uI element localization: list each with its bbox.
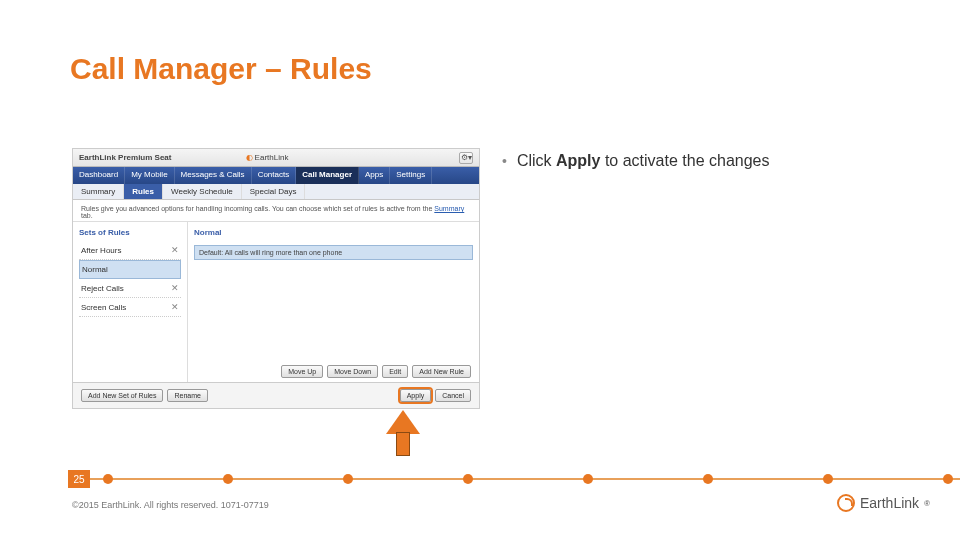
brand-small-text: EarthLink	[255, 153, 289, 162]
desc-post: tab.	[81, 212, 93, 219]
timeline-dot	[823, 474, 833, 484]
rule-set-label: Screen Calls	[81, 303, 126, 312]
default-rule[interactable]: Default: All calls will ring more than o…	[194, 245, 473, 260]
bottom-bar: Add New Set of RulesRename ApplyCancel	[73, 382, 479, 408]
nav-item[interactable]: Dashboard	[73, 167, 125, 184]
normal-header: Normal	[194, 226, 473, 241]
subnav-item[interactable]: Rules	[124, 184, 163, 199]
slide-title: Call Manager – Rules	[70, 52, 372, 86]
bottom-right-buttons: ApplyCancel	[400, 389, 471, 402]
sub-nav: SummaryRulesWeekly ScheduleSpecial Days	[73, 184, 479, 200]
nav-item[interactable]: Apps	[359, 167, 390, 184]
subnav-item[interactable]: Summary	[73, 184, 124, 199]
timeline-dot	[343, 474, 353, 484]
subnav-item[interactable]: Special Days	[242, 184, 306, 199]
bullet-pre: Click	[517, 152, 556, 169]
rules-description: Rules give you advanced options for hand…	[73, 200, 479, 222]
rule-set-label: Reject Calls	[81, 284, 124, 293]
rename-button[interactable]: Rename	[167, 389, 207, 402]
nav-item[interactable]: Settings	[390, 167, 432, 184]
nav-item[interactable]: Messages & Calls	[175, 167, 252, 184]
copyright: ©2015 EarthLink. All rights reserved. 10…	[72, 500, 269, 510]
window-title: EarthLink Premium Seat	[79, 153, 242, 162]
rule-set-item[interactable]: Reject Calls✕	[79, 279, 181, 298]
rule-set-label: Normal	[82, 265, 108, 274]
desc-pre: Rules give you advanced options for hand…	[81, 205, 434, 212]
footer-logo: EarthLink®	[837, 494, 930, 512]
sets-header: Sets of Rules	[79, 226, 181, 241]
gear-icon[interactable]: ⚙▾	[459, 152, 473, 164]
apply-button[interactable]: Apply	[400, 389, 432, 402]
add-new-set-of-rules-button[interactable]: Add New Set of Rules	[81, 389, 163, 402]
subnav-item[interactable]: Weekly Schedule	[163, 184, 242, 199]
rule-set-item[interactable]: After Hours✕	[79, 241, 181, 260]
timeline-dot	[703, 474, 713, 484]
cancel-button[interactable]: Cancel	[435, 389, 471, 402]
edit-button[interactable]: Edit	[382, 365, 408, 378]
rule-list-buttons: Move UpMove DownEditAdd New Rule	[281, 365, 471, 378]
arrow-head-icon	[386, 410, 420, 434]
move-down-button[interactable]: Move Down	[327, 365, 378, 378]
bullet-bold: Apply	[556, 152, 600, 169]
move-up-button[interactable]: Move Up	[281, 365, 323, 378]
delete-icon[interactable]: ✕	[171, 283, 179, 293]
timeline	[70, 478, 960, 480]
window-titlebar: EarthLink Premium Seat ◐EarthLink ⚙▾	[73, 149, 479, 167]
rules-body: Sets of Rules After Hours✕NormalReject C…	[73, 222, 479, 382]
timeline-dot	[583, 474, 593, 484]
app-screenshot: EarthLink Premium Seat ◐EarthLink ⚙▾ Das…	[72, 148, 480, 409]
delete-icon[interactable]: ✕	[171, 302, 179, 312]
rule-set-item[interactable]: Screen Calls✕	[79, 298, 181, 317]
footer-brand-text: EarthLink	[860, 495, 919, 511]
timeline-dot	[223, 474, 233, 484]
registered-icon: ®	[924, 499, 930, 508]
bullet-post: to activate the changes	[600, 152, 769, 169]
bottom-left-buttons: Add New Set of RulesRename	[81, 389, 208, 402]
bullet-text: Click Apply to activate the changes	[517, 152, 770, 170]
nav-item[interactable]: Call Manager	[296, 167, 359, 184]
main-nav: DashboardMy MobileMessages & CallsContac…	[73, 167, 479, 184]
page-number: 25	[68, 470, 90, 488]
nav-item[interactable]: My Mobile	[125, 167, 174, 184]
rules-column: Normal Default: All calls will ring more…	[188, 222, 479, 382]
callout-arrow	[386, 410, 420, 456]
add-new-rule-button[interactable]: Add New Rule	[412, 365, 471, 378]
timeline-dot	[463, 474, 473, 484]
bullet-marker: •	[502, 154, 507, 168]
timeline-dot	[103, 474, 113, 484]
arrow-stem	[396, 432, 410, 456]
rule-set-item[interactable]: Normal	[79, 260, 181, 279]
nav-item[interactable]: Contacts	[252, 167, 297, 184]
brand-small: ◐EarthLink	[246, 153, 289, 162]
rule-set-label: After Hours	[81, 246, 121, 255]
sets-column: Sets of Rules After Hours✕NormalReject C…	[73, 222, 188, 382]
delete-icon[interactable]: ✕	[171, 245, 179, 255]
logo-mark-icon	[837, 494, 855, 512]
bullet-item: • Click Apply to activate the changes	[502, 152, 769, 170]
summary-link[interactable]: Summary	[434, 205, 464, 212]
timeline-dot	[943, 474, 953, 484]
